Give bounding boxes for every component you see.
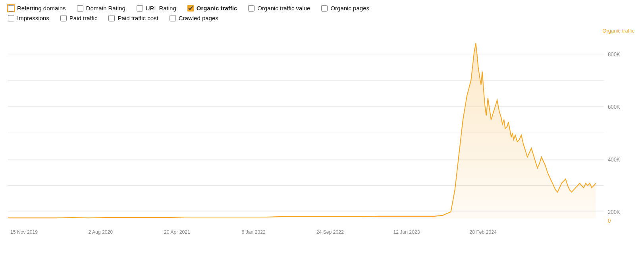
checkbox-item-crawled-pages[interactable]: Crawled pages [170, 15, 218, 21]
checkbox-item-organic-pages[interactable]: Organic pages [321, 5, 369, 12]
checkbox-item-domain-rating[interactable]: Domain Rating [77, 5, 125, 12]
svg-text:200K: 200K [608, 209, 621, 215]
checkbox-item-paid-traffic-cost[interactable]: Paid traffic cost [108, 15, 158, 21]
chart-legend-label: Organic traffic [602, 28, 634, 34]
label-paid-traffic-cost: Paid traffic cost [118, 15, 158, 21]
chart-area-fill [8, 43, 596, 219]
svg-text:24 Sep 2022: 24 Sep 2022 [316, 229, 344, 235]
label-referring-domains: Referring domains [17, 5, 66, 12]
checkbox-domain-rating[interactable] [77, 5, 83, 12]
svg-text:2 Aug 2020: 2 Aug 2020 [88, 229, 113, 235]
label-url-rating: URL Rating [146, 5, 176, 12]
checkbox-organic-pages[interactable] [321, 5, 328, 12]
checkbox-impressions[interactable] [8, 15, 14, 21]
label-organic-pages: Organic pages [330, 5, 369, 12]
checkbox-crawled-pages[interactable] [170, 15, 176, 21]
checkbox-item-organic-traffic-value[interactable]: Organic traffic value [248, 5, 310, 12]
svg-text:400K: 400K [608, 156, 621, 163]
controls-row-1: Referring domainsDomain RatingURL Rating… [8, 5, 636, 12]
svg-text:12 Jun 2023: 12 Jun 2023 [393, 229, 420, 235]
svg-text:6 Jan 2022: 6 Jan 2022 [241, 229, 265, 235]
svg-text:20 Apr 2021: 20 Apr 2021 [164, 229, 190, 235]
checkbox-item-url-rating[interactable]: URL Rating [137, 5, 176, 12]
checkbox-item-impressions[interactable]: Impressions [8, 15, 49, 21]
checkbox-organic-traffic-value[interactable] [248, 5, 255, 12]
svg-text:0: 0 [608, 218, 611, 224]
label-paid-traffic: Paid traffic [69, 15, 98, 21]
svg-text:600K: 600K [608, 104, 621, 110]
label-organic-traffic-value: Organic traffic value [257, 5, 310, 12]
chart-svg: 800K 600K 400K 200K 0 15 Nov 2019 2 Aug … [8, 28, 636, 238]
checkbox-referring-domains[interactable] [8, 5, 14, 12]
svg-text:15 Nov 2019: 15 Nov 2019 [10, 229, 38, 235]
chart-area: Organic traffic 800K 600K 400K 200K 0 15… [0, 28, 644, 238]
svg-text:800K: 800K [608, 51, 621, 58]
label-domain-rating: Domain Rating [86, 5, 125, 12]
controls-row-2: ImpressionsPaid trafficPaid traffic cost… [8, 15, 636, 21]
checkbox-item-organic-traffic[interactable]: Organic traffic [187, 5, 237, 12]
checkbox-paid-traffic[interactable] [60, 15, 67, 21]
svg-text:28 Feb 2024: 28 Feb 2024 [469, 229, 496, 235]
checkbox-organic-traffic[interactable] [187, 5, 194, 12]
checkbox-url-rating[interactable] [137, 5, 143, 12]
checkbox-item-paid-traffic[interactable]: Paid traffic [60, 15, 98, 21]
label-impressions: Impressions [17, 15, 49, 21]
checkbox-item-referring-domains[interactable]: Referring domains [8, 5, 66, 12]
controls-panel: Referring domainsDomain RatingURL Rating… [0, 0, 644, 28]
checkbox-paid-traffic-cost[interactable] [108, 15, 115, 21]
label-organic-traffic: Organic traffic [197, 5, 237, 12]
label-crawled-pages: Crawled pages [179, 15, 218, 21]
